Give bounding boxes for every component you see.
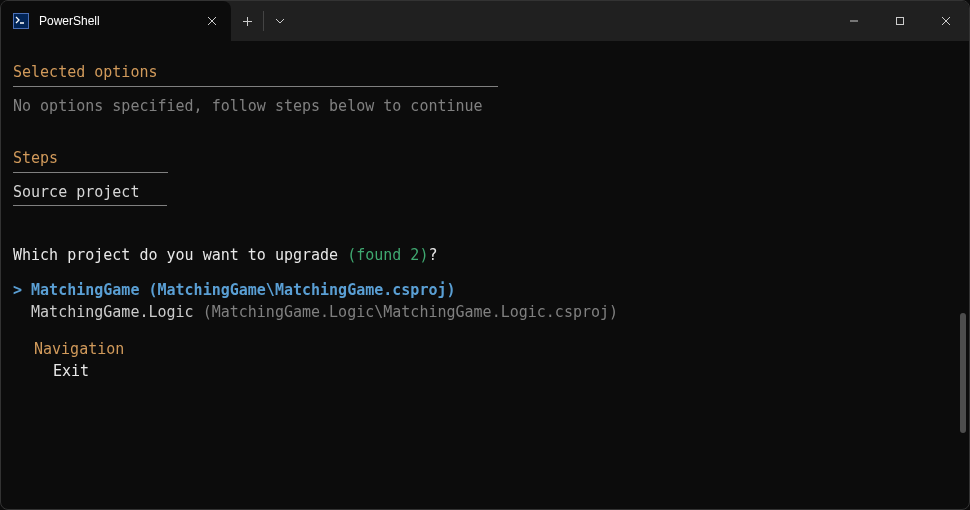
nav-exit[interactable]: Exit (13, 360, 957, 383)
option-name: MatchingGame (31, 281, 139, 299)
close-button[interactable] (923, 1, 969, 41)
tab-title: PowerShell (39, 14, 193, 28)
found-count: (found 2) (347, 246, 428, 264)
prompt-suffix: ? (428, 246, 437, 264)
selection-marker-icon: > (13, 281, 22, 299)
option-path: (MatchingGame\MatchingGame.csproj) (148, 281, 455, 299)
steps-header: Steps (13, 147, 168, 173)
new-tab-button[interactable] (231, 1, 263, 41)
tab-powershell[interactable]: PowerShell (1, 1, 231, 41)
tab-close-button[interactable] (203, 12, 221, 30)
option-selected[interactable]: > MatchingGame (MatchingGame\MatchingGam… (13, 279, 957, 302)
option-unselected[interactable]: MatchingGame.Logic (MatchingGame.Logic\M… (13, 301, 957, 324)
option-name: MatchingGame.Logic (31, 303, 194, 321)
svg-rect-0 (897, 18, 904, 25)
prompt-prefix: Which project do you want to upgrade (13, 246, 347, 264)
tab-dropdown-button[interactable] (264, 1, 296, 41)
tab-actions (231, 1, 296, 41)
scrollbar-thumb[interactable] (960, 313, 966, 433)
prompt-line: Which project do you want to upgrade (fo… (13, 244, 957, 267)
options-status-text: No options specified, follow steps below… (13, 95, 957, 118)
option-path: (MatchingGame.Logic\MatchingGame.Logic.c… (203, 303, 618, 321)
titlebar: PowerShell (1, 1, 969, 41)
powershell-icon (13, 13, 29, 29)
minimize-button[interactable] (831, 1, 877, 41)
step-item: Source project (13, 181, 167, 207)
selected-options-header: Selected options (13, 61, 498, 87)
terminal-content: Selected options No options specified, f… (1, 41, 969, 509)
maximize-button[interactable] (877, 1, 923, 41)
navigation-header: Navigation (13, 338, 957, 361)
window-controls (831, 1, 969, 41)
